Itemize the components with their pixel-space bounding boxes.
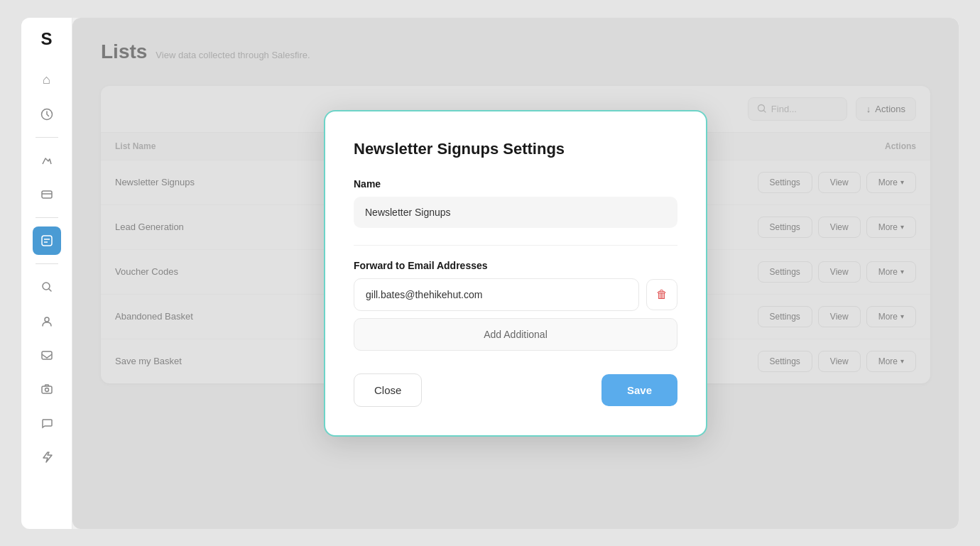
svg-rect-9 [42, 386, 52, 393]
delete-email-button[interactable]: 🗑 [646, 279, 677, 310]
forward-section: Forward to Email Addresses 🗑 Add Additio… [354, 260, 677, 351]
sidebar-item-inbox[interactable] [33, 341, 61, 369]
sidebar-item-capture[interactable] [33, 375, 61, 403]
close-button[interactable]: Close [354, 373, 422, 407]
sidebar-item-search[interactable] [33, 273, 61, 301]
section-divider [354, 245, 677, 246]
save-label: Save [627, 384, 652, 396]
name-section: Name [354, 178, 677, 228]
sidebar-item-home[interactable]: ⌂ [33, 66, 61, 94]
name-label: Name [354, 178, 677, 190]
modal-overlay: Newsletter Signups Settings Name Forward… [72, 18, 959, 529]
svg-rect-1 [42, 191, 52, 198]
sidebar-item-chat[interactable] [33, 409, 61, 437]
sidebar-item-cards[interactable] [33, 180, 61, 209]
app-logo: S [40, 29, 52, 49]
name-input[interactable] [354, 197, 677, 228]
email-input[interactable] [354, 278, 639, 311]
sidebar-divider-1 [36, 137, 58, 138]
sidebar-item-history[interactable] [33, 100, 61, 129]
sidebar-item-lists[interactable] [33, 226, 61, 255]
sidebar-item-audience[interactable] [33, 307, 61, 335]
svg-point-7 [45, 317, 49, 322]
trash-icon: 🗑 [656, 288, 668, 301]
svg-point-10 [45, 388, 48, 391]
sidebar-item-campaigns[interactable] [33, 146, 61, 175]
svg-rect-3 [42, 236, 52, 246]
add-additional-button[interactable]: Add Additional [354, 318, 677, 351]
app-window: S ⌂ [21, 18, 959, 529]
email-row: 🗑 [354, 278, 677, 311]
modal: Newsletter Signups Settings Name Forward… [324, 110, 707, 437]
main-content: Lists View data collected through Salesf… [72, 18, 959, 529]
sidebar-divider-2 [36, 217, 58, 218]
forward-label: Forward to Email Addresses [354, 260, 677, 271]
sidebar-divider-3 [36, 263, 58, 264]
sidebar-item-automation[interactable] [33, 443, 61, 471]
save-button[interactable]: Save [601, 374, 677, 406]
close-label: Close [374, 384, 401, 396]
add-additional-label: Add Additional [484, 329, 548, 340]
sidebar: S ⌂ [21, 18, 72, 529]
modal-title: Newsletter Signups Settings [354, 140, 677, 158]
modal-footer: Close Save [354, 373, 677, 407]
